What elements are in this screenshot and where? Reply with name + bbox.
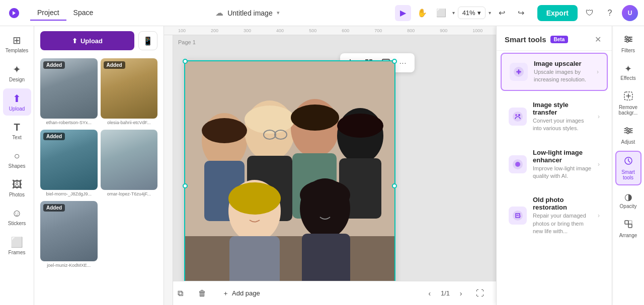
smart-tool-style-transfer[interactable]: Image style transfer Convert your images… — [501, 95, 608, 139]
select-tool-btn[interactable]: ▶ — [395, 5, 411, 21]
added-badge-5: Added — [43, 204, 65, 212]
logo[interactable] — [6, 5, 22, 21]
smart-tools-label: Smart tools — [618, 169, 638, 180]
title-chevron-icon[interactable]: ▾ — [277, 10, 280, 16]
ruler-vertical — [164, 35, 173, 305]
upload-item-1[interactable]: Added — [40, 58, 98, 119]
svg-rect-55 — [625, 221, 628, 224]
document-title[interactable]: Untitled image — [227, 9, 273, 17]
sidebar-right-effects[interactable]: ✦ Effects — [615, 59, 641, 85]
topbar-right: Export 🛡 ? U — [537, 5, 638, 21]
help-btn[interactable]: ? — [602, 5, 618, 21]
smart-panel-title: Smart tools Beta — [505, 35, 568, 44]
sidebar-item-templates[interactable]: ⊞ Templates — [3, 30, 31, 57]
undo-btn[interactable]: ↩ — [494, 5, 510, 21]
pagination: ‹ 1/1 › ⛶ — [423, 285, 488, 301]
sidebar-item-design[interactable]: ✦ Design — [3, 59, 31, 86]
add-page-button[interactable]: ＋ Add page — [216, 286, 266, 301]
old-photo-desc: Repair your damaged photos or bring them… — [533, 212, 592, 235]
svg-point-28 — [337, 114, 383, 138]
hand-tool-btn[interactable]: ✋ — [414, 5, 430, 21]
upload-item-2-label: olesia-bahrii-etcVdF... — [101, 119, 158, 127]
sidebar-item-text[interactable]: T Text — [3, 118, 31, 144]
design-icon: ✦ — [13, 63, 21, 75]
export-button[interactable]: Export — [537, 5, 578, 21]
style-transfer-name: Image style transfer — [533, 101, 592, 116]
remove-bg-label: Remove backgr... — [617, 105, 639, 116]
sidebar-right-smart-tools[interactable]: Smart tools — [615, 151, 641, 185]
topbar-center: ☁ Untitled image ▾ — [215, 8, 280, 18]
sidebar-item-frames-label: Frames — [9, 250, 26, 255]
shield-icon-btn[interactable]: 🛡 — [582, 5, 598, 21]
zoom-options-chevron-icon[interactable]: ▾ — [489, 10, 491, 16]
fullscreen-btn[interactable]: ⛶ — [472, 285, 488, 301]
delete-page-btn[interactable]: 🗑 — [194, 285, 210, 301]
page-display: 1/1 — [441, 289, 450, 297]
sidebar-right-opacity[interactable]: ◑ Opacity — [615, 187, 641, 213]
upload-button[interactable]: ⬆ Upload — [40, 31, 134, 50]
arrange-label: Arrange — [619, 233, 637, 238]
smart-tool-low-light[interactable]: Low-light image enhancer Improve low-lig… — [501, 143, 608, 186]
redo-btn[interactable]: ↪ — [513, 5, 529, 21]
sidebar-right-adjust[interactable]: Adjust — [615, 122, 641, 149]
adjust-label: Adjust — [621, 139, 635, 145]
sidebar-right-arrange[interactable]: Arrange — [615, 215, 641, 242]
smart-tools-icon — [623, 156, 633, 168]
phone-button[interactable]: 📱 — [138, 31, 157, 50]
upload-item-2[interactable]: Added — [101, 58, 158, 119]
canvas-area: 100 200 300 400 500 600 700 800 900 1000… — [164, 26, 496, 305]
bottom-bar: ⧉ 🗑 ＋ Add page ‹ 1/1 › ⛶ — [164, 281, 496, 305]
sidebar-item-design-label: Design — [9, 77, 25, 82]
style-transfer-icon — [509, 108, 527, 126]
prev-page-btn[interactable]: ‹ — [423, 286, 437, 300]
low-light-icon — [509, 155, 527, 173]
upload-item-4[interactable] — [101, 130, 158, 190]
effects-label: Effects — [620, 75, 635, 81]
user-avatar[interactable]: U — [622, 5, 638, 21]
upload-item-5-wrap: Added joel-muniz-KodMXE... — [40, 201, 98, 269]
svg-point-52 — [629, 130, 631, 132]
sidebar-item-shapes[interactable]: ○ Shapes — [3, 146, 31, 173]
view-chevron-icon[interactable]: ▾ — [452, 10, 455, 16]
svg-point-37 — [515, 114, 517, 116]
sidebar-item-photos[interactable]: 🖼 Photos — [3, 175, 31, 201]
sidebar-item-stickers-label: Stickers — [8, 221, 26, 226]
sidebar-item-stickers[interactable]: ☺ Stickers — [3, 204, 31, 230]
image-upscaler-desc: Upscale images by increasing resolution. — [534, 68, 591, 84]
upload-item-3[interactable]: Added — [40, 130, 98, 190]
svg-point-26 — [245, 106, 295, 134]
next-page-btn[interactable]: › — [454, 286, 468, 300]
smart-panel-header: Smart tools Beta ✕ — [497, 26, 612, 51]
svg-rect-56 — [628, 224, 632, 228]
duplicate-page-btn[interactable]: ⧉ — [172, 285, 188, 301]
canvas-content[interactable]: Page 1 ··· — [164, 35, 496, 305]
upload-item-5[interactable]: Added — [40, 201, 98, 261]
nav-space[interactable]: Space — [66, 6, 101, 21]
remove-bg-icon — [623, 91, 633, 104]
nav-project[interactable]: Project — [30, 6, 66, 21]
smart-tools-panel: Smart tools Beta ✕ Image upscaler Upscal… — [496, 26, 612, 305]
sidebar-right-remove-bg[interactable]: Remove backgr... — [615, 87, 641, 120]
view-btn[interactable]: ⬜ — [433, 5, 449, 21]
zoom-level: 41% — [462, 9, 475, 17]
sidebar-item-frames[interactable]: ⬜ Frames — [3, 232, 31, 259]
sidebar-item-upload[interactable]: ⬆ Upload — [3, 88, 31, 116]
old-photo-chevron-icon: › — [598, 212, 600, 219]
canvas-image — [184, 60, 395, 305]
sidebar-right-filters[interactable]: Filters — [615, 30, 641, 57]
upload-item-1-label: ethan-robertson-SYx... — [40, 119, 98, 127]
image-upscaler-info: Image upscaler Upscale images by increas… — [534, 60, 591, 84]
smart-tool-old-photo[interactable]: Old photo restoration Repair your damage… — [501, 190, 608, 241]
smart-tool-image-upscaler[interactable]: Image upscaler Upscale images by increas… — [501, 53, 608, 91]
text-icon: T — [14, 122, 20, 133]
image-upscaler-icon — [510, 63, 528, 81]
close-smart-panel-btn[interactable]: ✕ — [592, 33, 604, 45]
zoom-control[interactable]: 41% ▾ — [458, 7, 486, 19]
more-options-btn[interactable]: ··· — [395, 55, 411, 70]
add-page-label: Add page — [232, 289, 260, 297]
upload-button-label: Upload — [80, 37, 103, 45]
style-transfer-info: Image style transfer Convert your images… — [533, 101, 592, 133]
sidebar-item-text-label: Text — [12, 135, 21, 140]
canvas-page[interactable] — [184, 60, 395, 305]
svg-point-41 — [516, 163, 519, 166]
